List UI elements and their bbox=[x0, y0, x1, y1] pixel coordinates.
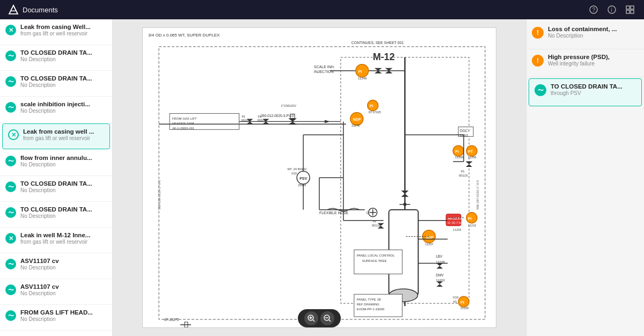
pid-diagram: 3/4 OD x 0.065 WT, SUPER DUPLEX CONTINUE… bbox=[143, 28, 496, 327]
list-item-active[interactable]: ✕ Leak from casing well ... from gas lif… bbox=[2, 123, 110, 149]
list-item[interactable]: 〜 TO CLOSED DRAIN TA... No Description bbox=[0, 71, 112, 97]
svg-text:LBV: LBV bbox=[436, 254, 443, 258]
list-item[interactable]: 〜 FROM GAS LIFT HEAD... No Description bbox=[0, 305, 112, 331]
svg-text:HEADER 2/AM: HEADER 2/AM bbox=[172, 122, 194, 125]
svg-marker-0 bbox=[9, 5, 18, 14]
item-title: flow from inner annulu... bbox=[20, 155, 107, 161]
right-list-item-active[interactable]: 〜 TO CLOSED DRAIN TA... through PSV bbox=[529, 78, 642, 106]
item-title: TO CLOSED DRAIN TA... bbox=[20, 75, 107, 82]
x-icon: ✕ bbox=[5, 25, 16, 35]
svg-text:11219: 11219 bbox=[453, 228, 461, 231]
canvas-area: 3/4 OD x 0.065 WT, SUPER DUPLEX CONTINUE… bbox=[113, 19, 526, 336]
svg-text:DGCY: DGCY bbox=[460, 129, 470, 133]
wave-icon: 〜 bbox=[5, 207, 16, 218]
item-sub: No Description bbox=[20, 213, 107, 219]
svg-text:DMV: DMV bbox=[436, 273, 444, 277]
svg-text:598-187-0210-1"-0-5: 598-187-0210-1"-0-5 bbox=[476, 180, 479, 210]
svg-text:87-17025: 87-17025 bbox=[369, 111, 381, 114]
wave-icon: 〜 bbox=[5, 259, 16, 269]
svg-text:1"CNGZO/: 1"CNGZO/ bbox=[281, 104, 296, 107]
right-list-item[interactable]: ! High pressure (PSD), Well integrity fa… bbox=[526, 49, 644, 77]
svg-text:00116: 00116 bbox=[372, 224, 381, 227]
svg-text:11207: 11207 bbox=[425, 243, 433, 246]
item-sub: No Description bbox=[20, 108, 107, 114]
svg-text:SDP: SDP bbox=[426, 236, 434, 239]
right-item-title: TO CLOSED DRAIN TA... bbox=[551, 83, 636, 90]
svg-text:43: 43 bbox=[453, 300, 457, 303]
list-item[interactable]: 〜 TO CLOSED DRAIN TA... No Description bbox=[0, 176, 112, 202]
svg-text:CONTINUES, SEE SHEET 001: CONTINUES, SEE SHEET 001 bbox=[352, 41, 404, 45]
item-sub: No Description bbox=[20, 187, 107, 193]
item-sub: from gas lift or well reservoir bbox=[20, 239, 107, 245]
svg-text:11228: 11228 bbox=[460, 306, 469, 310]
svg-text:260-012-0020-3-PV-0: 260-012-0020-3-PV-0 bbox=[260, 114, 294, 118]
svg-text:010: 010 bbox=[291, 172, 297, 175]
topbar-title: Documents bbox=[23, 6, 58, 14]
help-button[interactable]: ? bbox=[587, 3, 600, 16]
item-title: scale inhibition injecti... bbox=[20, 101, 107, 107]
svg-text:11210: 11210 bbox=[468, 224, 476, 227]
svg-rect-9 bbox=[631, 10, 634, 13]
svg-text:PI: PI bbox=[460, 301, 464, 304]
logo: Documents bbox=[8, 4, 58, 16]
wave-icon: 〜 bbox=[5, 156, 16, 166]
diagram-container[interactable]: 3/4 OD x 0.065 WT, SUPER DUPLEX CONTINUE… bbox=[142, 27, 496, 328]
svg-text:EXOM-PP-1-33000: EXOM-PP-1-33000 bbox=[357, 308, 385, 311]
svg-text:598-186-0210-1"-0-5: 598-186-0210-1"-0-5 bbox=[158, 180, 161, 210]
svg-line-144 bbox=[329, 320, 331, 322]
svg-text:61: 61 bbox=[242, 115, 246, 118]
x-icon: ✕ bbox=[8, 129, 19, 140]
list-item[interactable]: ✕ Leak in well M-12 Inne... from gas lif… bbox=[0, 228, 112, 253]
svg-text:25083: 25083 bbox=[298, 184, 306, 187]
svg-text:010: 010 bbox=[453, 296, 459, 299]
svg-text:M-12: M-12 bbox=[373, 52, 395, 62]
info-button[interactable]: i bbox=[605, 3, 618, 16]
item-sub: No Description bbox=[20, 265, 107, 271]
svg-rect-8 bbox=[626, 10, 630, 13]
list-item[interactable]: ✕ Leak from casing Well... from gas lift… bbox=[0, 19, 112, 45]
list-item[interactable]: 〜 ASV11107 cv No Description bbox=[0, 253, 112, 279]
svg-text:HH:22.8 bar: HH:22.8 bar bbox=[448, 217, 466, 220]
svg-text:PSV: PSV bbox=[299, 177, 307, 180]
svg-text:3/4 OD x 0.065 WT, SUPER DUPLE: 3/4 OD x 0.065 WT, SUPER DUPLEX bbox=[148, 33, 220, 38]
list-item[interactable]: 〜 ASV11107 cv No Description bbox=[0, 279, 112, 305]
main-layout: ✕ Leak from casing Well... from gas lift… bbox=[0, 19, 644, 336]
wave-icon: 〜 bbox=[535, 84, 546, 96]
zoom-in-button[interactable] bbox=[304, 311, 318, 325]
item-sub: No Description bbox=[20, 290, 107, 296]
svg-text:SCALE INH.: SCALE INH. bbox=[314, 65, 335, 69]
list-item[interactable]: 〜 TO CLOSED DRAIN TA... No Description bbox=[0, 202, 112, 228]
list-item[interactable]: 〜 scale inhibition injecti... No Descrip… bbox=[0, 97, 112, 122]
list-item[interactable]: 〜 TO CLOSED DRAIN TA... No Description bbox=[0, 45, 112, 71]
svg-text:87-15275: 87-15275 bbox=[164, 318, 179, 322]
left-sidebar: ✕ Leak from casing Well... from gas lift… bbox=[0, 19, 113, 336]
svg-text:AK-U-26001-001: AK-U-26001-001 bbox=[172, 127, 194, 130]
svg-point-21 bbox=[356, 64, 369, 77]
svg-text:PANEL LOCAL CONTROL: PANEL LOCAL CONTROL bbox=[357, 254, 395, 257]
item-title: TO CLOSED DRAIN TA... bbox=[20, 206, 107, 213]
zoom-out-button[interactable] bbox=[320, 311, 334, 325]
list-item[interactable]: 〜 FROM GAS LIFT HEAD... No Description bbox=[0, 331, 112, 336]
item-sub: No Description bbox=[20, 82, 107, 88]
item-title: Leak from casing Well... bbox=[20, 24, 107, 30]
right-list-item[interactable]: ! Loss of containment, ... No Descriptio… bbox=[526, 21, 644, 49]
svg-rect-6 bbox=[626, 6, 630, 9]
item-title: ASV11107 cv bbox=[20, 283, 107, 290]
item-sub: No Description bbox=[20, 56, 107, 62]
topbar: Documents ? i bbox=[0, 0, 644, 19]
svg-point-121 bbox=[403, 203, 406, 206]
grid-button[interactable] bbox=[624, 3, 636, 16]
app-logo-icon bbox=[8, 4, 19, 16]
topbar-icons: ? i bbox=[587, 3, 636, 16]
item-title: Leak from casing well ... bbox=[23, 128, 104, 135]
list-item[interactable]: 〜 flow from inner annulu... No Descripti… bbox=[0, 150, 112, 176]
svg-text:PANEL TYPE 1B: PANEL TYPE 1B bbox=[357, 298, 381, 301]
wave-icon: 〜 bbox=[5, 50, 16, 61]
svg-text:00102: 00102 bbox=[257, 119, 266, 122]
wave-icon: 〜 bbox=[5, 76, 16, 87]
item-title: ASV11107 cv bbox=[20, 258, 107, 264]
svg-text:INJECTION: INJECTION bbox=[314, 70, 334, 74]
svg-text:REF DRAWING: REF DRAWING bbox=[357, 303, 380, 306]
svg-text:PI: PI bbox=[370, 104, 374, 108]
svg-text:NDP: NDP bbox=[353, 118, 361, 121]
